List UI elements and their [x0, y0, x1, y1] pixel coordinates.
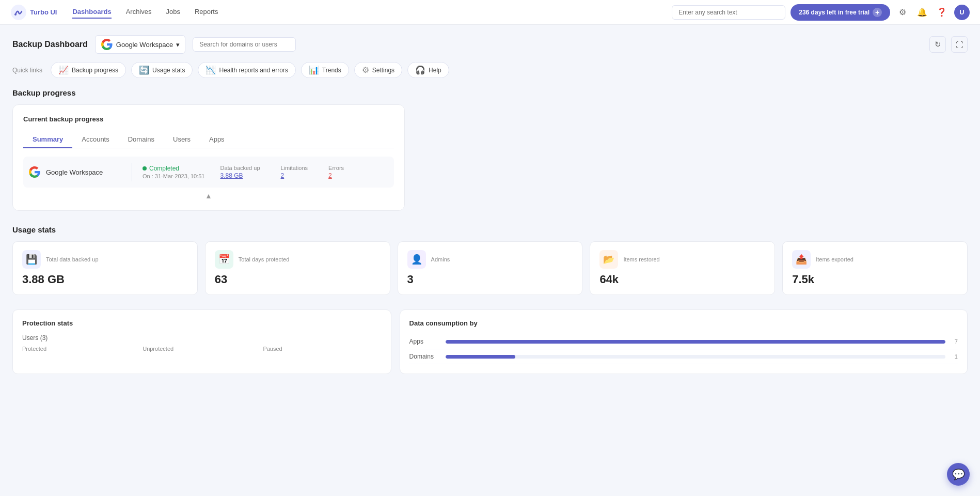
backup-row: Google Workspace Completed On : 31-Mar-2… — [23, 157, 394, 188]
global-search-input[interactable] — [672, 5, 785, 20]
apps-count: 7 — [951, 338, 958, 345]
domains-label: Domains — [409, 353, 440, 360]
data-bar-apps: Apps 7 — [409, 334, 958, 349]
tab-apps[interactable]: Apps — [200, 131, 234, 148]
nav-links: Dashboards Archives Jobs Reports — [72, 6, 656, 19]
protection-user-label: Users (3) — [22, 334, 382, 342]
plus-icon: + — [873, 8, 882, 17]
help-icon: 🎧 — [415, 65, 425, 75]
quick-link-help-label: Help — [429, 67, 441, 74]
backup-tabs: Summary Accounts Domains Users Apps — [23, 131, 394, 148]
stat-label-2: Admins — [431, 256, 450, 262]
health-icon: 📉 — [206, 65, 216, 75]
protection-stats-title: Protection stats — [22, 319, 382, 327]
settings-icon-btn[interactable]: ⚙ — [895, 5, 910, 20]
quick-links-label: Quick links — [12, 67, 42, 74]
backup-google-icon — [28, 166, 41, 178]
help-icon-btn[interactable]: ❓ — [935, 5, 949, 20]
tab-users[interactable]: Users — [164, 131, 200, 148]
usage-stats-section-title: Usage stats — [12, 225, 968, 234]
backup-date: On : 31-Mar-2023, 10:51 — [143, 173, 204, 179]
stat-value-4: 7.5k — [792, 273, 958, 286]
backup-card-title: Current backup progress — [23, 115, 394, 123]
avatar-btn[interactable]: U — [954, 5, 970, 20]
apps-bar-fill — [446, 340, 945, 344]
domains-bar-fill — [446, 355, 516, 359]
stat-value-3: 64k — [599, 273, 765, 286]
quick-link-settings-label: Settings — [372, 67, 394, 74]
domains-count: 1 — [951, 353, 958, 360]
trends-icon: 📊 — [309, 65, 319, 75]
status-label: Completed — [149, 165, 179, 172]
col-paused: Paused — [263, 346, 381, 352]
tab-summary[interactable]: Summary — [23, 131, 72, 148]
limitations-label: Limitations — [281, 165, 308, 171]
status-completed: Completed — [143, 165, 204, 172]
refresh-icon-btn[interactable]: ↻ — [929, 36, 946, 53]
stat-errors: Errors 2 — [328, 165, 344, 179]
quick-links-bar: Quick links 📈 Backup progress 🔄 Usage st… — [12, 62, 968, 78]
quick-link-health-label: Health reports and errors — [219, 67, 288, 74]
dropdown-chevron-icon: ▾ — [176, 41, 180, 49]
stat-icon-data: 💾 — [22, 250, 41, 269]
domains-bar-track — [446, 355, 945, 359]
settings-icon: ⚙ — [362, 65, 369, 75]
nav-archives[interactable]: Archives — [126, 6, 152, 19]
stat-card-header-3: 📂 Items restored — [599, 250, 765, 269]
app-logo: Turbo UI — [10, 4, 57, 21]
trial-label: 236 days left in free trial — [799, 9, 870, 16]
tab-accounts[interactable]: Accounts — [72, 131, 118, 148]
logo-text: Turbo UI — [30, 8, 57, 16]
backup-progress-section-title: Backup progress — [12, 88, 968, 97]
backup-status: Completed On : 31-Mar-2023, 10:51 — [143, 165, 204, 179]
top-nav-right: 236 days left in free trial + ⚙ 🔔 ❓ U — [672, 4, 970, 21]
workspace-dropdown[interactable]: Google Workspace ▾ — [95, 35, 185, 54]
quick-link-trends-label: Trends — [322, 67, 341, 74]
stat-card-header-0: 💾 Total data backed up — [22, 250, 188, 269]
dashboard-title: Backup Dashboard — [12, 40, 88, 49]
svg-point-1 — [14, 13, 17, 16]
tab-domains[interactable]: Domains — [119, 131, 164, 148]
stat-value-2: 3 — [407, 273, 573, 286]
col-unprotected: Unprotected — [143, 346, 261, 352]
stat-card-restored: 📂 Items restored 64k — [590, 241, 775, 295]
nav-jobs[interactable]: Jobs — [166, 6, 180, 19]
trial-button[interactable]: 236 days left in free trial + — [791, 4, 890, 21]
stat-card-days-protected: 📅 Total days protected 63 — [205, 241, 390, 295]
backup-row-left: Google Workspace — [28, 166, 121, 178]
stat-value-1: 63 — [215, 273, 381, 286]
quick-link-backup-progress[interactable]: 📈 Backup progress — [51, 62, 126, 78]
nav-reports[interactable]: Reports — [195, 6, 218, 19]
fullscreen-icon-btn[interactable]: ⛶ — [951, 36, 968, 53]
quick-link-health-reports[interactable]: 📉 Health reports and errors — [198, 62, 295, 78]
stat-label-4: Items exported — [816, 256, 853, 262]
stat-card-exported: 📤 Items exported 7.5k — [782, 241, 968, 295]
errors-value[interactable]: 2 — [328, 172, 344, 179]
apps-bar-track — [446, 340, 945, 344]
stat-icon-exported: 📤 — [792, 250, 811, 269]
workspace-label: Google Workspace — [116, 41, 173, 49]
stat-label-3: Items restored — [623, 256, 659, 262]
stat-data-backed-up: Data backed up 3.88 GB — [220, 165, 260, 179]
stat-card-header-4: 📤 Items exported — [792, 250, 958, 269]
protection-stats-card: Protection stats Users (3) Protected Unp… — [12, 309, 391, 374]
stat-label-0: Total data backed up — [46, 256, 99, 262]
nav-dashboards[interactable]: Dashboards — [72, 6, 111, 19]
apps-label: Apps — [409, 338, 440, 345]
collapse-button[interactable]: ▲ — [205, 192, 212, 200]
domain-search-input[interactable] — [193, 37, 296, 52]
quick-link-backup-label: Backup progress — [72, 67, 118, 74]
limitations-value[interactable]: 2 — [281, 172, 308, 179]
col-protected: Protected — [22, 346, 140, 352]
quick-link-help[interactable]: 🎧 Help — [407, 62, 449, 78]
data-backed-up-label: Data backed up — [220, 165, 260, 171]
quick-link-settings[interactable]: ⚙ Settings — [354, 62, 402, 78]
stat-card-header-2: 👤 Admins — [407, 250, 573, 269]
stat-label-1: Total days protected — [239, 256, 289, 262]
quick-link-usage-stats[interactable]: 🔄 Usage stats — [131, 62, 193, 78]
backup-progress-card: Current backup progress Summary Accounts… — [12, 104, 405, 211]
quick-link-trends[interactable]: 📊 Trends — [301, 62, 349, 78]
usage-stats-icon: 🔄 — [139, 65, 149, 75]
notifications-icon-btn[interactable]: 🔔 — [915, 5, 929, 20]
data-backed-up-value[interactable]: 3.88 GB — [220, 172, 260, 179]
